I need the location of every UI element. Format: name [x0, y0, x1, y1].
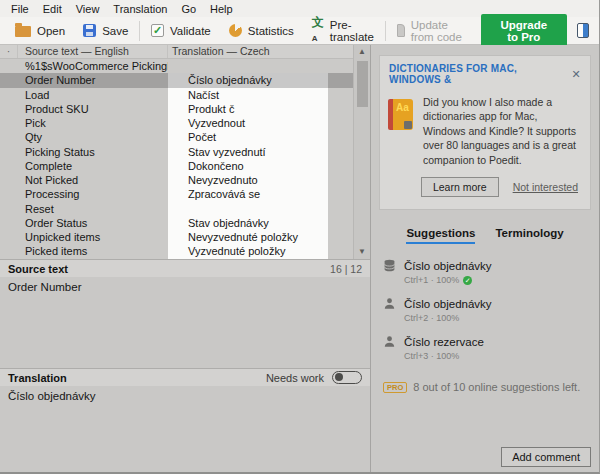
banner-title-bar: DICTIONARIES FOR MAC, WINDOWS & ✕ [380, 56, 590, 89]
editor-panel: · Source text — English Translation — Cz… [0, 45, 371, 474]
source-text-title: Source text [8, 263, 68, 275]
user-icon [383, 335, 396, 348]
suggestion-head: Číslo objednávky [383, 297, 587, 310]
table-row[interactable]: Picked itemsVyzvednuté položky [0, 244, 370, 258]
open-button[interactable]: Open [6, 19, 74, 43]
toggle-knob [335, 373, 343, 381]
menu-edit[interactable]: Edit [36, 2, 69, 16]
suggestion-head: Číslo rezervace [383, 335, 587, 348]
toolbar-separator [385, 21, 386, 41]
source-cell: Unpicked items [18, 230, 168, 244]
menu-help[interactable]: Help [203, 2, 240, 16]
tab-suggestions[interactable]: Suggestions [406, 227, 475, 244]
pretranslate-label: Pre-translate [330, 19, 374, 43]
translation-cell: Dokončeno [168, 159, 370, 173]
table-row[interactable]: %1$sWooCommerce PickingPal is ina... [0, 59, 370, 73]
table-row[interactable]: QtyPočet [0, 130, 370, 144]
translation-cell [168, 59, 370, 73]
shopping-bag-icon [404, 121, 412, 129]
needs-work-toggle[interactable] [332, 371, 362, 384]
add-comment-button[interactable]: Add comment [501, 447, 591, 467]
table-row[interactable]: Reset [0, 202, 370, 216]
suggestion-shortcut: Ctrl+1 · 100%✓ [404, 275, 587, 285]
translation-cell: Nevyzvednuto [168, 173, 370, 187]
tab-terminology[interactable]: Terminology [495, 227, 563, 244]
source-cell: Pick [18, 116, 168, 130]
row-status-cell [0, 244, 18, 258]
suggestion-text: Číslo rezervace [404, 336, 484, 348]
translation-cell: Načíst [168, 88, 370, 102]
grid-rows: %1$sWooCommerce PickingPal is ina...Orde… [0, 59, 370, 259]
toolbar-separator [139, 21, 140, 41]
dictionaries-banner: DICTIONARIES FOR MAC, WINDOWS & ✕ Aa Did… [379, 55, 591, 210]
scrollbar-track[interactable] [354, 107, 370, 245]
table-row[interactable]: Picking StatusStav vyzvednutí [0, 145, 370, 159]
upgrade-to-pro-button[interactable]: Upgrade to Pro [481, 14, 567, 48]
statistics-label: Statistics [248, 25, 294, 37]
source-text-view: Order Number [0, 277, 370, 368]
row-status-cell [0, 102, 18, 116]
translation-input[interactable]: Číslo objednávky [0, 386, 370, 474]
menu-view[interactable]: View [69, 2, 107, 16]
menu-go[interactable]: Go [174, 2, 203, 16]
table-row[interactable]: Not PickedNevyzvednuto [0, 173, 370, 187]
grid-body: %1$sWooCommerce PickingPal is ina...Orde… [0, 59, 370, 259]
statistics-button[interactable]: Statistics [220, 19, 303, 43]
source-cell: Order Number [18, 73, 168, 87]
entry-counter: 16 | 12 [330, 263, 362, 275]
table-row[interactable]: PickVyzvednout [0, 116, 370, 130]
open-folder-icon [15, 26, 31, 37]
save-button[interactable]: Save [74, 19, 137, 43]
sidebar-toggle-icon[interactable] [577, 23, 589, 38]
suggestion-item[interactable]: Číslo objednávkyCtrl+2 · 100% [383, 297, 587, 323]
translation-grid: · Source text — English Translation — Cz… [0, 45, 370, 259]
pretranslate-icon: 文A [312, 16, 324, 45]
table-row[interactable]: ProcessingZpracovává se [0, 187, 370, 201]
row-status-cell [0, 202, 18, 216]
source-column-header[interactable]: Source text — English [18, 45, 168, 58]
suggestion-item[interactable]: Číslo objednávkyCtrl+1 · 100%✓ [383, 259, 587, 285]
table-row[interactable]: CompleteDokončeno [0, 159, 370, 173]
source-cell: Picking Status [18, 145, 168, 159]
pro-note: 8 out of 10 online suggestions left. [413, 381, 580, 393]
save-floppy-icon [83, 24, 96, 37]
source-cell: Reset [18, 202, 168, 216]
scrollbar-thumb[interactable] [357, 61, 368, 107]
menu-file[interactable]: File [4, 2, 36, 16]
translation-bar: Translation Needs work [0, 368, 370, 386]
suggestion-item[interactable]: Číslo rezervaceCtrl+3 · 100% [383, 335, 587, 361]
user-icon [383, 297, 396, 310]
table-row[interactable]: Order StatusStav objednávky [0, 216, 370, 230]
grid-scrollbar[interactable]: ▲ ▼ [353, 45, 370, 259]
scroll-down-icon[interactable]: ▼ [354, 245, 370, 259]
banner-actions: Learn more Not interested [380, 167, 590, 209]
translation-column-header[interactable]: Translation — Czech [168, 45, 370, 58]
scroll-up-icon[interactable]: ▲ [354, 45, 370, 59]
shortcut-label: Ctrl+1 · 100% [404, 275, 459, 285]
row-status-cell [0, 130, 18, 144]
status-column-header[interactable]: · [0, 45, 18, 58]
source-cell: %1$sWooCommerce PickingPal is ina... [18, 59, 168, 73]
source-cell: Order Status [18, 216, 168, 230]
not-interested-link[interactable]: Not interested [513, 181, 578, 193]
menu-translation[interactable]: Translation [106, 2, 174, 16]
learn-more-button[interactable]: Learn more [421, 177, 499, 197]
table-row[interactable]: Order NumberČíslo objednávky [0, 73, 370, 87]
table-row[interactable]: LoadNačíst [0, 88, 370, 102]
table-row[interactable]: Product SKUProdukt č [0, 102, 370, 116]
validate-button[interactable]: ✓ Validate [142, 19, 220, 43]
pretranslate-button[interactable]: 文A Pre-translate [303, 19, 383, 43]
suggestion-shortcut: Ctrl+2 · 100% [404, 313, 587, 323]
suggestion-head: Číslo objednávky [383, 259, 587, 272]
row-status-cell [0, 187, 18, 201]
table-row[interactable]: Unpicked itemsNevyzvednuté položky [0, 230, 370, 244]
translation-cell: Stav objednávky [168, 216, 370, 230]
needs-work-control: Needs work [266, 371, 362, 384]
source-cell: Complete [18, 159, 168, 173]
update-from-code-icon [397, 24, 405, 37]
close-icon[interactable]: ✕ [572, 68, 581, 81]
row-status-cell [0, 173, 18, 187]
update-from-code-button: Update from code [388, 19, 481, 43]
translation-cell: Produkt č [168, 102, 370, 116]
row-status-cell [0, 59, 18, 73]
